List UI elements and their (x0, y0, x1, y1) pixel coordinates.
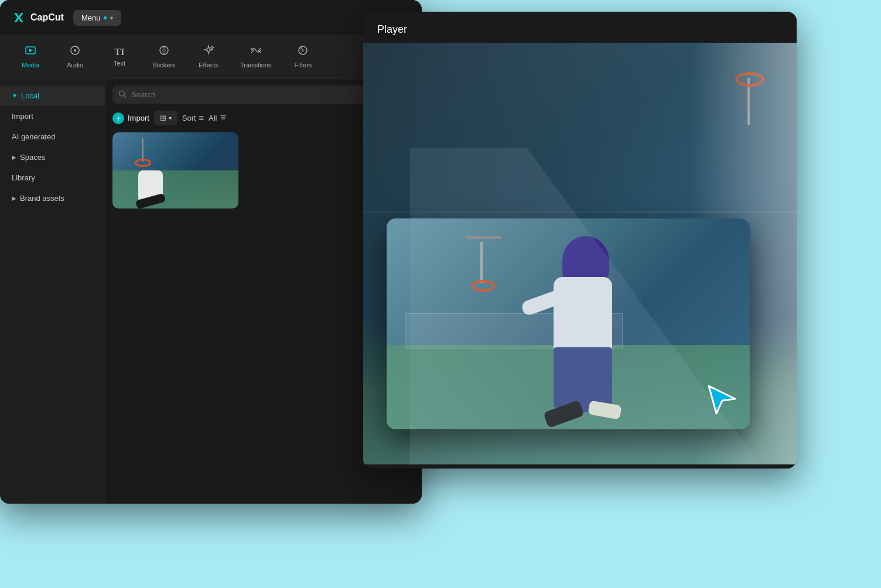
cursor-arrow (706, 383, 738, 418)
transitions-icon (250, 45, 262, 59)
grid-icon: ⊞ (160, 114, 166, 122)
sort-lines-icon: ≡ (199, 113, 204, 124)
view-toggle-button[interactable]: ⊞ ▾ (154, 111, 177, 125)
tab-text-label: Text (114, 60, 125, 67)
svg-line-8 (124, 95, 127, 98)
local-expand-icon: ▼ (12, 93, 18, 99)
player-content (363, 43, 797, 464)
filter-icon (219, 113, 227, 123)
app-name: CapCut (30, 12, 64, 23)
tab-filters[interactable]: Filters (282, 40, 324, 73)
tab-media[interactable]: Media (9, 40, 52, 73)
sidebar-import-label: Import (12, 112, 33, 121)
editor-window: CapCut Menu ▾ Media (0, 0, 422, 504)
effects-icon (203, 45, 214, 59)
player-window: Player (363, 12, 797, 469)
tab-transitions[interactable]: Transitions (232, 40, 279, 73)
all-label: All (209, 114, 217, 122)
zoom-card-image (387, 218, 750, 429)
sidebar-item-import[interactable]: Import (0, 106, 105, 127)
sidebar-brand-assets-label: Brand assets (20, 194, 64, 203)
sidebar-item-brand-assets[interactable]: ▶ Brand assets (0, 188, 105, 208)
tab-transitions-label: Transitions (240, 61, 271, 69)
content-area: ▼ Local Import AI generated ▶ Spaces Lib… (0, 78, 422, 504)
player-title: Player (377, 23, 407, 35)
player-header: Player (363, 12, 797, 43)
zoom-card[interactable] (387, 218, 750, 429)
sidebar-spaces-label: Spaces (20, 153, 45, 162)
tab-effects[interactable]: Effects (187, 40, 230, 73)
sidebar-ai-label: AI generated (12, 132, 55, 141)
sidebar: ▼ Local Import AI generated ▶ Spaces Lib… (0, 78, 105, 504)
spaces-expand-icon: ▶ (12, 154, 16, 160)
tab-stickers[interactable]: Stickers (143, 40, 185, 73)
menu-label: Menu (81, 13, 101, 22)
svg-marker-13 (709, 386, 735, 413)
brand-assets-expand-icon: ▶ (12, 195, 16, 201)
logo-area: CapCut (12, 11, 64, 25)
svg-point-4 (160, 46, 168, 54)
thumbnail-image (112, 132, 238, 208)
view-chevron-icon: ▾ (169, 115, 172, 121)
capcut-logo-icon (12, 11, 26, 25)
filters-icon (297, 45, 309, 59)
sidebar-local-label: Local (21, 91, 39, 100)
toolbar: Media Audio TI Text (0, 35, 422, 78)
editor-header: CapCut Menu ▾ (0, 0, 422, 35)
sort-button[interactable]: Sort ≡ (182, 113, 204, 124)
search-icon (118, 90, 127, 100)
sort-label: Sort (182, 114, 196, 122)
tab-audio[interactable]: Audio (54, 40, 96, 73)
import-button[interactable]: + Import (112, 112, 149, 124)
tab-audio-label: Audio (67, 61, 83, 69)
stickers-icon (158, 45, 170, 59)
media-thumbnail[interactable] (112, 132, 238, 208)
filter-button[interactable]: All (209, 113, 227, 123)
sidebar-item-local[interactable]: ▼ Local (0, 86, 105, 106)
tab-stickers-label: Stickers (152, 61, 175, 69)
audio-icon (69, 45, 81, 59)
text-icon: TI (115, 47, 125, 57)
sidebar-item-ai-generated[interactable]: AI generated (0, 127, 105, 147)
import-plus-icon: + (112, 112, 124, 124)
sidebar-item-spaces[interactable]: ▶ Spaces (0, 147, 105, 167)
import-label: Import (128, 114, 149, 122)
menu-button[interactable]: Menu ▾ (73, 10, 122, 26)
svg-point-3 (74, 49, 76, 52)
sidebar-item-library[interactable]: Library (0, 167, 105, 188)
tab-effects-label: Effects (199, 61, 218, 69)
tab-media-label: Media (22, 61, 39, 69)
media-icon (25, 45, 36, 59)
sidebar-library-label: Library (12, 173, 35, 182)
menu-dot-icon (104, 16, 107, 19)
svg-marker-1 (29, 49, 33, 52)
tab-text[interactable]: TI Text (98, 42, 141, 71)
menu-chevron-icon: ▾ (110, 15, 113, 21)
tab-filters-label: Filters (294, 61, 312, 69)
